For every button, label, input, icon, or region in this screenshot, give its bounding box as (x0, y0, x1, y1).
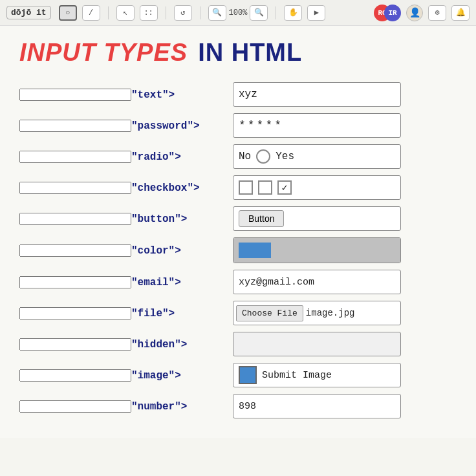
title-in-html: IN HTML (198, 39, 302, 67)
undo-button[interactable]: ↺ (174, 5, 192, 21)
button-input[interactable]: Button (239, 210, 284, 227)
code-label-checkbox: "checkbox"> (19, 182, 220, 194)
sep2 (166, 6, 166, 19)
checkbox-unchecked-2[interactable] (258, 180, 272, 195)
cursor-tool[interactable]: ↖ (116, 5, 135, 21)
bell-icon[interactable]: 🔔 (451, 5, 470, 21)
input-row: "image"> Submit Image (19, 363, 457, 387)
choose-file-button[interactable]: Choose File (236, 305, 303, 321)
code-label-file: "file"> (19, 307, 220, 319)
avatar-person[interactable]: 👤 (406, 5, 423, 21)
main-content: INPUT TYPES IN HTML "text">xyz"password"… (0, 26, 476, 438)
code-label-text: "text"> (19, 89, 220, 101)
input-row: "number">898 (19, 394, 457, 418)
demo-image[interactable]: Submit Image (233, 363, 401, 387)
demo-password[interactable]: ***** (233, 113, 401, 138)
toolbar: dōjō it ○ / ↖ :: ↺ 🔍 100% 🔍 ✋ ▶ RO IR 👤 … (0, 0, 476, 26)
logo: dōjō it (6, 6, 51, 19)
input-row: "button">Button (19, 206, 457, 231)
input-row: "radio"> No Yes (19, 144, 457, 169)
avatar-ir: IR (384, 5, 401, 21)
submit-image-label: Submit Image (262, 370, 332, 381)
code-label-radio: "radio"> (19, 151, 220, 163)
demo-email[interactable]: xyz@gmail.com (233, 270, 401, 294)
demo-radio[interactable]: No Yes (233, 144, 401, 169)
code-label-number: "number"> (19, 400, 220, 413)
hand-tool[interactable]: ✋ (284, 5, 302, 21)
demo-checkbox[interactable]: ✓ (233, 175, 401, 200)
image-preview (239, 366, 257, 384)
input-row: "password">***** (19, 113, 457, 138)
zoom-in-icon[interactable]: 🔍 (208, 5, 226, 21)
demo-button[interactable]: Button (233, 206, 401, 231)
input-row: "email">xyz@gmail.com (19, 270, 457, 294)
sep4 (276, 6, 276, 19)
zoom-out-icon[interactable]: 🔍 (250, 5, 268, 21)
play-button[interactable]: ▶ (307, 5, 325, 21)
sep3 (200, 6, 200, 19)
radio-no-label: No (239, 151, 251, 162)
toolbar-right: RO IR 👤 ⚙ 🔔 (374, 5, 470, 21)
demo-hidden[interactable] (233, 332, 401, 356)
radio-button-unselected[interactable] (256, 149, 270, 164)
input-row: "text">xyz (19, 82, 457, 107)
demo-number[interactable]: 898 (233, 394, 401, 418)
checkbox-checked[interactable]: ✓ (277, 180, 292, 195)
rows-container: "text">xyz"password">*****"radio"> No Ye… (19, 82, 457, 418)
zoom-level: 100% (229, 8, 248, 17)
draw-circle-tool[interactable]: ○ (59, 5, 77, 21)
input-row: "color"> (19, 237, 457, 263)
color-picker-area[interactable] (233, 238, 400, 263)
code-label-image: "image"> (19, 369, 220, 382)
code-label-password: "password"> (19, 120, 220, 132)
demo-file[interactable]: Choose File image.jpg (233, 301, 401, 325)
file-name: image.jpg (306, 308, 355, 318)
slash-tool[interactable]: / (82, 5, 100, 21)
page-title: INPUT TYPES IN HTML (19, 39, 457, 67)
input-row: "checkbox"> ✓ (19, 175, 457, 200)
grid-tool[interactable]: :: (140, 5, 158, 21)
code-label-color: "color"> (19, 244, 220, 257)
checkbox-unchecked-1[interactable] (239, 180, 253, 195)
settings-icon[interactable]: ⚙ (428, 5, 446, 21)
code-label-hidden: "hidden"> (19, 338, 220, 351)
color-swatch (239, 243, 271, 258)
input-row: "hidden"> (19, 332, 457, 356)
demo-text[interactable]: xyz (233, 82, 401, 107)
code-label-email: "email"> (19, 276, 220, 288)
title-input-types: INPUT TYPES (19, 39, 188, 67)
radio-yes-label: Yes (276, 151, 294, 162)
input-row: "file"> Choose File image.jpg (19, 301, 457, 325)
demo-color[interactable] (233, 237, 401, 263)
sep1 (108, 6, 109, 19)
zoom-control: 🔍 100% 🔍 (208, 5, 268, 21)
code-label-button: "button"> (19, 213, 220, 225)
